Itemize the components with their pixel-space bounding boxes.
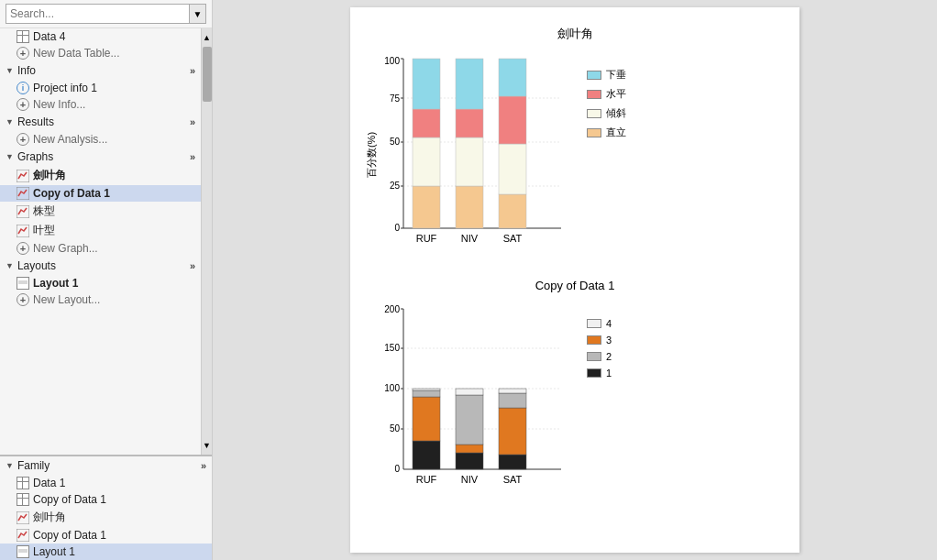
sidebar-item-data4[interactable]: Data 4 [0,28,201,45]
svg-rect-64 [499,389,526,393]
legend-swatch-3 [587,109,601,118]
table-icon [17,30,29,43]
sidebar-item-new-info[interactable]: + New Info... [0,96,201,113]
legend-swatch-1 [587,71,601,80]
sidebar-item-graph3-label: 株型 [33,203,55,219]
svg-text:NIV: NIV [461,474,479,485]
sidebar-item-new-data-table-label: New Data Table... [33,47,120,60]
svg-rect-35 [499,59,526,96]
scroll-down-button[interactable]: ▼ [202,436,212,455]
plus-icon-analysis: + [17,133,29,146]
sidebar-scroll-content: Data 4 + New Data Table... ▼ Info » i Pr… [0,28,201,455]
svg-rect-58 [456,395,483,445]
sidebar-item-new-data-table[interactable]: + New Data Table... [0,45,201,61]
svg-text:100: 100 [384,56,400,66]
svg-rect-27 [456,186,483,228]
chart1-title: 劍叶角 [359,26,790,42]
sidebar-item-new-layout[interactable]: + New Layout... [0,291,201,308]
svg-text:RUF: RUF [416,233,437,244]
svg-rect-57 [456,445,483,453]
plus-icon-layout: + [17,293,29,306]
layout-icon [17,277,29,290]
legend-item-2: 水平 [587,87,626,101]
info-icon: i [17,82,29,94]
sidebar-item-new-graph[interactable]: + New Graph... [0,240,201,257]
info-more-button[interactable]: » [190,65,195,76]
family-item-copy-data1-2[interactable]: Copy of Data 1 [0,527,212,544]
svg-rect-53 [413,390,440,397]
svg-rect-63 [499,393,526,408]
sidebar-item-graph2[interactable]: Copy of Data 1 [0,185,201,202]
family-item-copy-data1[interactable]: Copy of Data 1 [0,491,212,508]
search-input[interactable] [6,4,190,24]
svg-text:百分数(%): 百分数(%) [366,132,377,178]
sidebar-item-new-graph-label: New Graph... [33,242,98,255]
chart2-legend: 4 3 2 1 [587,300,612,379]
scroll-up-button[interactable]: ▲ [202,28,212,47]
svg-text:0: 0 [394,464,400,474]
fam-table-icon-2 [17,493,29,506]
family-more-button[interactable]: » [201,460,206,471]
sidebar-item-graph3[interactable]: 株型 [0,202,201,221]
layouts-more-button[interactable]: » [190,260,195,271]
family-item-copy-data1-2-label: Copy of Data 1 [33,529,106,542]
graph1-icon [17,170,29,182]
svg-rect-56 [456,453,483,469]
chart2-section: Copy of Data 1 0 50 100 150 [359,279,790,501]
search-dropdown-arrow[interactable]: ▼ [190,4,206,24]
family-item-copy-data1-label: Copy of Data 1 [33,493,106,506]
section-header-graphs[interactable]: ▼ Graphs » [0,148,201,166]
legend2-swatch-2 [587,335,601,345]
results-more-button[interactable]: » [190,116,195,127]
svg-rect-33 [499,144,526,194]
fam-layout-icon [17,545,29,558]
svg-rect-59 [456,389,483,395]
svg-rect-61 [499,455,526,469]
family-item-data1[interactable]: Data 1 [0,475,212,491]
section-header-info[interactable]: ▼ Info » [0,61,201,80]
sidebar-item-layout1-label: Layout 1 [33,277,78,290]
sidebar-item-graph4[interactable]: 叶型 [0,221,201,240]
family-item-layout1[interactable]: Layout 1 [0,544,212,560]
legend-label-2: 水平 [606,87,626,101]
legend-item-4: 直立 [587,126,626,139]
chart1-svg: 百分数(%) 0 25 50 75 [359,49,579,260]
family-section: ▼ Family » Data 1 Copy of Data 1 劍叶角 Cop… [0,455,212,560]
plus-icon-info: + [17,98,29,111]
svg-rect-29 [456,109,483,137]
sidebar-scrollbar[interactable]: ▲ ▼ [201,28,212,455]
legend-item-3: 傾斜 [587,106,626,120]
family-item-data1-label: Data 1 [33,477,65,489]
svg-rect-54 [413,389,440,390]
section-family-label: Family [17,459,50,472]
section-layouts-label: Layouts [17,259,56,272]
scroll-thumb[interactable] [203,47,212,102]
legend2-item-1: 4 [587,318,612,329]
sidebar-item-graph1[interactable]: 劍叶角 [0,166,201,185]
section-header-results[interactable]: ▼ Results » [0,113,201,131]
chart1-section: 劍叶角 百分数(%) 0 25 50 [359,26,790,260]
legend2-label-1: 4 [606,318,612,329]
svg-text:SAT: SAT [503,474,523,485]
legend2-swatch-1 [587,319,601,328]
svg-text:100: 100 [384,383,400,393]
svg-text:50: 50 [390,423,401,434]
sidebar-item-new-analysis-label: New Analysis... [33,133,107,146]
family-item-graph1[interactable]: 劍叶角 [0,508,212,527]
svg-rect-34 [499,96,526,144]
legend2-swatch-3 [587,352,601,361]
svg-rect-23 [413,137,440,186]
legend2-item-3: 2 [587,351,612,362]
svg-rect-24 [413,109,440,137]
main-content: 劍叶角 百分数(%) 0 25 50 [213,0,937,560]
family-item-layout1-label: Layout 1 [33,545,75,558]
section-header-layouts[interactable]: ▼ Layouts » [0,257,201,275]
svg-text:RUF: RUF [416,474,437,485]
graphs-more-button[interactable]: » [190,151,195,162]
section-header-family[interactable]: ▼ Family » [0,456,212,475]
sidebar-item-new-analysis[interactable]: + New Analysis... [0,131,201,148]
graph2-icon [17,187,29,200]
sidebar-item-project-info[interactable]: i Project info 1 [0,80,201,96]
sidebar-item-layout1[interactable]: Layout 1 [0,275,201,291]
graph4-icon [17,225,29,237]
